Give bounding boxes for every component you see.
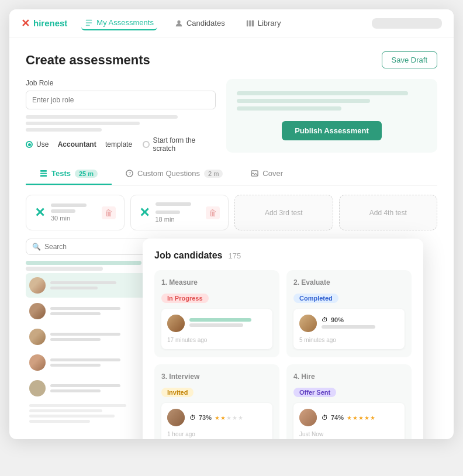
save-draft-button[interactable]: Save Draft <box>382 51 437 68</box>
svg-rect-1 <box>86 22 92 23</box>
test-2-info: 18 min <box>156 202 201 223</box>
radio-template-option[interactable]: Use Accountant template <box>26 140 132 149</box>
test-2-delete-button[interactable]: 🗑 <box>206 206 220 219</box>
tab-tests-badge: 25 m <box>75 170 98 178</box>
table-icon <box>40 170 47 177</box>
radio-scratch-option[interactable]: Start form the scratch <box>143 136 216 153</box>
candidate-time-1: 17 minutes ago <box>167 337 267 343</box>
candidate-info-2: ⏱ 90% <box>322 316 399 330</box>
tab-tests[interactable]: Tests 25 m <box>26 163 112 185</box>
list-item-1-info <box>50 281 144 289</box>
search-input[interactable] <box>44 243 148 251</box>
job-role-input[interactable] <box>26 91 216 109</box>
list-item-1[interactable] <box>26 273 154 298</box>
tab-tests-label: Tests <box>51 169 71 178</box>
badge-inprogress: In Progress <box>161 294 209 303</box>
test-1-sk2 <box>51 209 75 213</box>
star-3-2: ★ <box>220 415 226 421</box>
nav-my-assessments[interactable]: My Assessments <box>81 16 157 30</box>
sk-extra-4 <box>29 420 90 423</box>
star-4-1: ★ <box>347 415 352 421</box>
li5-sk2 <box>50 389 101 392</box>
job-role-label: Job Role <box>26 79 216 87</box>
add-test-3-button[interactable]: Add 3rd test <box>234 195 333 230</box>
li3-sk1 <box>50 333 120 336</box>
badge-invited: Invited <box>161 388 194 397</box>
kanban-step-2: 2. Evaluate <box>293 278 405 287</box>
candidate-time-4: Just Now <box>299 431 399 437</box>
skeleton-line-3 <box>26 128 102 132</box>
candidate-time-3: 1 hour ago <box>167 431 267 437</box>
skeleton-line-2 <box>26 122 140 125</box>
kanban-step-4: 4. Hire <box>293 372 405 381</box>
list-item-4-info <box>50 358 151 367</box>
test-1-delete-button[interactable]: 🗑 <box>102 206 116 219</box>
li3-sk2 <box>50 338 101 341</box>
sk-extra-2 <box>29 409 102 412</box>
svg-rect-7 <box>40 170 47 172</box>
kanban-card-2[interactable]: ⏱ 90% 5 minutes ago <box>293 309 405 349</box>
star-4-2: ★ <box>353 415 358 421</box>
candidate-info-1 <box>189 318 267 329</box>
page-header: Create assessments Save Draft <box>26 51 437 68</box>
candidate-time-2: 5 minutes ago <box>299 337 399 343</box>
svg-rect-8 <box>40 173 47 174</box>
assessments-icon <box>85 19 93 27</box>
kanban-col-measure: 1. Measure In Progress <box>154 270 279 357</box>
radio-use-label: Use <box>36 140 49 149</box>
test-1-icon: ✕ <box>34 206 45 219</box>
list-item-5-info <box>50 384 151 392</box>
star-3-4: ★ <box>232 415 237 421</box>
kanban-card-1[interactable]: 17 minutes ago <box>161 309 272 349</box>
main-content: Create assessments Save Draft Job Role U… <box>9 37 454 439</box>
nav-library-label: Library <box>258 19 281 27</box>
test-2-skeleton <box>156 202 201 214</box>
tests-row: ✕ 30 min 🗑 ✕ 18 min <box>26 195 437 230</box>
navbar: ✕ hirenest My Assessments Candidates Lib… <box>9 9 454 37</box>
tab-cover[interactable]: Cover <box>237 163 297 185</box>
svg-rect-4 <box>247 20 248 26</box>
tabs-row: Tests 25 m ? Custom Questions 2 m Cover <box>26 163 437 185</box>
list-item-5[interactable] <box>26 376 154 401</box>
star-3-5: ★ <box>238 415 243 421</box>
kanban-card-4[interactable]: ⏱ 74% ★ ★ ★ ★ ★ <box>293 403 405 439</box>
add-test-4-button[interactable]: Add 4th test <box>339 195 438 230</box>
kanban-card-3[interactable]: ⏱ 73% ★ ★ ★ ★ ★ <box>161 403 272 439</box>
list-item-3[interactable] <box>26 325 154 349</box>
app-window: ✕ hirenest My Assessments Candidates Lib… <box>9 9 454 439</box>
list-header-bar2 <box>26 267 103 271</box>
left-panel: 🔍 <box>26 239 154 425</box>
kanban-col-interview: 3. Interview Invited ⏱ 73% <box>154 364 279 439</box>
score-text-2: 90% <box>331 316 344 323</box>
li4-sk1 <box>50 358 120 361</box>
search-box[interactable]: 🔍 <box>26 239 154 255</box>
nav-candidates[interactable]: Candidates <box>171 16 229 30</box>
tab-custom-questions[interactable]: ? Custom Questions 2 m <box>112 163 237 185</box>
list-avatar-1 <box>29 277 46 294</box>
list-item-4[interactable] <box>26 350 154 375</box>
list-skeleton-header <box>26 261 154 271</box>
add-test-4-label: Add 4th test <box>369 209 407 217</box>
star-4-3: ★ <box>358 415 364 421</box>
candidates-icon <box>175 19 183 27</box>
test-1-skeleton <box>51 203 96 213</box>
nav-library[interactable]: Library <box>243 16 285 30</box>
logo-text: hirenest <box>33 18 67 28</box>
li1-sk2 <box>50 287 98 289</box>
sk-extra-3 <box>29 415 115 418</box>
form-skeleton <box>26 115 216 132</box>
tab-cover-label: Cover <box>262 169 283 178</box>
publish-assessment-button[interactable]: Publish Assessment <box>282 121 382 140</box>
star-3-3: ★ <box>226 415 231 421</box>
star-4-5: ★ <box>370 415 375 421</box>
form-left: Job Role Use Accountant template Start f… <box>26 79 216 153</box>
tab-questions-label: Custom Questions <box>137 169 200 178</box>
li5-sk1 <box>50 384 120 387</box>
star-4-4: ★ <box>364 415 369 421</box>
radio-template-name: Accountant <box>58 140 96 149</box>
candidate-avatar-2 <box>299 315 317 332</box>
list-item-2[interactable] <box>26 299 154 323</box>
kanban-header: Job candidates 175 <box>154 250 412 261</box>
test-1-sk1 <box>51 203 87 207</box>
kanban-count: 175 <box>228 251 241 260</box>
